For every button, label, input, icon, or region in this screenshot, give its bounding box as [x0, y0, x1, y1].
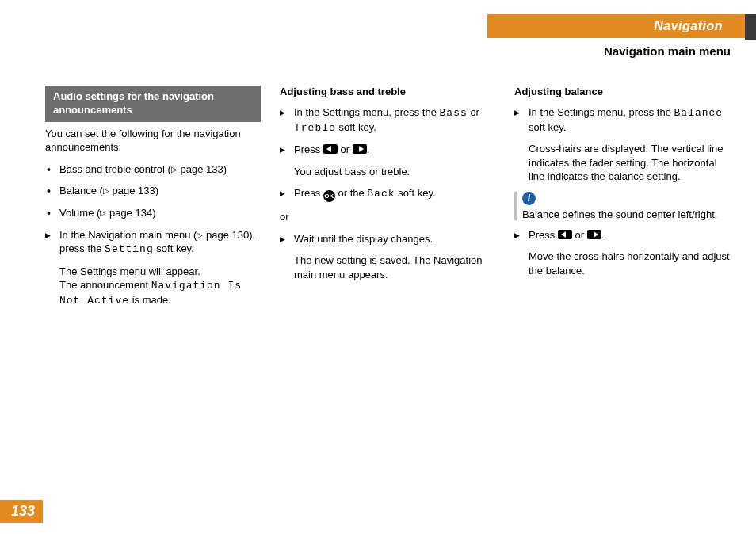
pageref-icon: [103, 185, 109, 196]
subsection-heading: Adjusting bass and treble: [280, 86, 495, 97]
result-text: The Settings menu will appear. The annou…: [45, 265, 261, 308]
topic-heading-box: Audio settings for the navigation announ…: [45, 86, 261, 122]
procedure: Wait until the display changes.: [280, 232, 495, 246]
right-button-icon: [587, 230, 601, 239]
step-item: In the Navigation main menu ( page 130),…: [45, 228, 261, 257]
list-item: Volume ( page 134): [45, 206, 261, 220]
column-3: Adjusting balance In the Settings menu, …: [514, 86, 730, 312]
thumb-tab: [745, 14, 756, 40]
column-2: Adjusting bass and treble In the Setting…: [280, 86, 495, 312]
info-note: i Balance defines the sound center left/…: [514, 192, 730, 220]
list-item: Bass and treble control ( page 133): [45, 162, 261, 177]
or-text: or: [280, 210, 495, 224]
step-item: Press or .: [280, 143, 495, 157]
procedure: Press OK or the Back soft key.: [280, 186, 495, 202]
column-1: Audio settings for the navigation announ…: [45, 86, 261, 312]
step-item: In the Settings menu, press the Bass or …: [280, 105, 495, 135]
options-list: Bass and treble control ( page 133) Bala…: [45, 162, 261, 220]
result-text: Cross-hairs are displayed. The vertical …: [514, 142, 730, 184]
pageref-icon: [171, 163, 178, 175]
procedure: Press or .: [514, 228, 730, 242]
step-item: Press OK or the Back soft key.: [280, 186, 495, 202]
result-text: The new setting is saved. The Navigation…: [280, 254, 495, 281]
left-button-icon: [323, 144, 338, 154]
step-item: In the Settings menu, press the Balance …: [514, 105, 730, 134]
list-item: Balance ( page 133): [45, 184, 261, 198]
page-number: 133: [0, 500, 43, 523]
content-columns: Audio settings for the navigation announ…: [45, 86, 731, 312]
result-text: You adjust bass or treble.: [280, 165, 495, 179]
result-text: Move the cross-hairs horizontally and ad…: [514, 250, 730, 277]
info-icon: i: [522, 192, 536, 205]
subsection-heading: Adjusting balance: [514, 86, 730, 97]
section-title: Navigation main menu: [604, 44, 731, 58]
step-item: Press or .: [514, 228, 730, 242]
info-text: Balance defines the sound center left/ri…: [522, 208, 730, 220]
procedure: In the Navigation main menu ( page 130),…: [45, 228, 261, 257]
right-button-icon: [353, 144, 367, 154]
ok-button-icon: OK: [323, 190, 335, 202]
procedure: In the Settings menu, press the Balance …: [514, 105, 730, 134]
procedure: In the Settings menu, press the Bass or …: [280, 105, 495, 157]
left-button-icon: [558, 230, 572, 239]
intro-text: You can set the following for the naviga…: [45, 127, 261, 154]
step-item: Wait until the display changes.: [280, 232, 495, 246]
chapter-label: Navigation: [487, 14, 745, 38]
